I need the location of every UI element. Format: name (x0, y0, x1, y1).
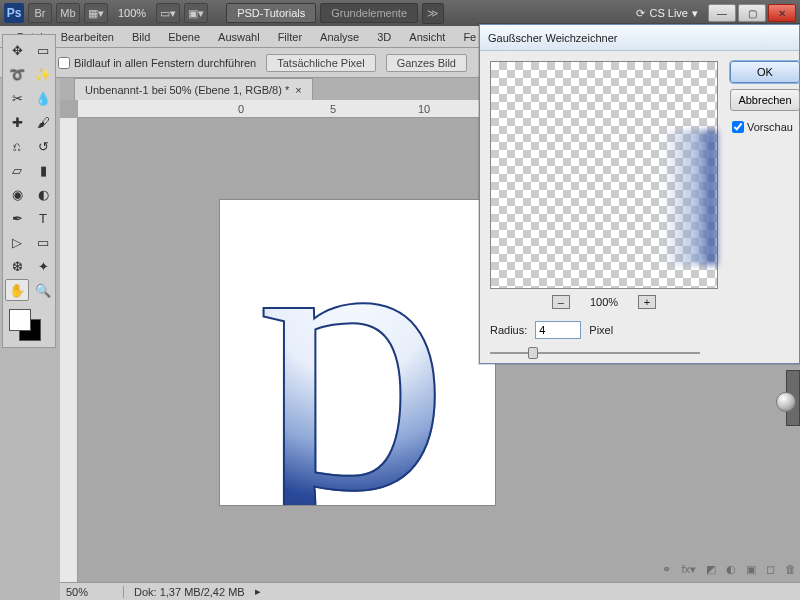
window-close-button[interactable]: ✕ (768, 4, 796, 22)
arrange-button[interactable]: ▭▾ (156, 3, 180, 23)
trash-icon[interactable]: 🗑 (785, 563, 796, 575)
pen-tool[interactable]: ✒ (5, 207, 29, 229)
stamp-tool[interactable]: ⎌ (5, 135, 29, 157)
move-tool[interactable]: ✥ (5, 39, 29, 61)
canvas[interactable]: p (220, 200, 495, 505)
radius-unit: Pixel (589, 324, 613, 336)
ok-button[interactable]: OK (730, 61, 800, 83)
cslive-menu[interactable]: ⟳ CS Live ▾ (636, 7, 698, 20)
minibridge-button[interactable]: Mb (56, 3, 80, 23)
path-select-tool[interactable]: ▷ (5, 231, 29, 253)
slider-thumb[interactable] (528, 347, 538, 359)
menu-bearbeiten[interactable]: Bearbeiten (52, 28, 123, 46)
layers-footer-icons: ⚭ fx▾ ◩ ◐ ▣ ◻ 🗑 (662, 560, 796, 578)
mask-icon[interactable]: ◩ (706, 563, 716, 576)
3d-camera-tool[interactable]: ✦ (31, 255, 55, 277)
tools-panel: ✥ ▭ ➰ ✨ ✂ 💧 ✚ 🖌 ⎌ ↺ ▱ ▮ ◉ ◐ ✒ T ▷ ▭ ❆ ✦ … (2, 34, 56, 348)
heal-tool[interactable]: ✚ (5, 111, 29, 133)
radius-input[interactable] (535, 321, 581, 339)
chevron-right-icon[interactable]: ▸ (255, 585, 261, 598)
document-tab[interactable]: Unbenannt-1 bei 50% (Ebene 1, RGB/8) * × (74, 78, 313, 100)
fit-screen-button[interactable]: Ganzes Bild (386, 54, 467, 72)
adjustment-icon[interactable]: ◐ (726, 563, 736, 576)
color-swatches[interactable] (5, 307, 55, 343)
history-brush-tool[interactable]: ↺ (31, 135, 55, 157)
blur-tool[interactable]: ◉ (5, 183, 29, 205)
preview-zoom-value: 100% (590, 296, 618, 308)
fx-icon[interactable]: fx▾ (681, 563, 696, 576)
status-zoom[interactable]: 50% (60, 586, 124, 598)
blur-preview[interactable] (490, 61, 718, 289)
menu-analyse[interactable]: Analyse (311, 28, 368, 46)
window-maximize-button[interactable]: ▢ (738, 4, 766, 22)
menu-bild[interactable]: Bild (123, 28, 159, 46)
zoom-out-button[interactable]: – (552, 295, 570, 309)
refresh-icon: ⟳ (636, 7, 645, 20)
lasso-tool[interactable]: ➰ (5, 63, 29, 85)
actual-pixels-button[interactable]: Tatsächliche Pixel (266, 54, 375, 72)
radius-slider[interactable] (490, 345, 700, 361)
eyedropper-tool[interactable]: 💧 (31, 87, 55, 109)
crop-tool[interactable]: ✂ (5, 87, 29, 109)
zoom-tool[interactable]: 🔍 (31, 279, 55, 301)
3d-sphere-icon[interactable] (776, 392, 796, 412)
zoom-level[interactable]: 100% (112, 7, 152, 19)
menu-ebene[interactable]: Ebene (159, 28, 209, 46)
menu-ansicht[interactable]: Ansicht (400, 28, 454, 46)
folder-icon[interactable]: ▣ (746, 563, 756, 576)
zoom-in-button[interactable]: + (638, 295, 656, 309)
status-docinfo[interactable]: Dok: 1,37 MB/2,42 MB (124, 586, 255, 598)
type-tool[interactable]: T (31, 207, 55, 229)
app-title-bar: Ps Br Mb ▦▾ 100% ▭▾ ▣▾ PSD-Tutorials Gru… (0, 0, 800, 26)
dialog-titlebar[interactable]: Gaußscher Weichzeichner (480, 25, 799, 51)
workspace-tab-tutorials[interactable]: PSD-Tutorials (226, 3, 316, 23)
scroll-all-checkbox[interactable]: Bildlauf in allen Fenstern durchführen (58, 57, 256, 69)
link-icon[interactable]: ⚭ (662, 563, 671, 576)
ruler-vertical (60, 118, 78, 582)
wand-tool[interactable]: ✨ (31, 63, 55, 85)
preview-checkbox[interactable]: Vorschau (730, 121, 800, 133)
gaussian-blur-dialog: Gaußscher Weichzeichner – 100% + Radius:… (479, 24, 800, 364)
menu-3d[interactable]: 3D (368, 28, 400, 46)
close-icon[interactable]: × (295, 84, 301, 96)
gradient-tool[interactable]: ▮ (31, 159, 55, 181)
ps-logo-icon: Ps (4, 3, 24, 23)
menu-filter[interactable]: Filter (269, 28, 311, 46)
screenmode-button[interactable]: ▣▾ (184, 3, 208, 23)
dodge-tool[interactable]: ◐ (31, 183, 55, 205)
workspace-tab-grundelemente[interactable]: Grundelemente (320, 3, 418, 23)
window-minimize-button[interactable]: — (708, 4, 736, 22)
new-layer-icon[interactable]: ◻ (766, 563, 775, 576)
shape-tool[interactable]: ▭ (31, 231, 55, 253)
marquee-tool[interactable]: ▭ (31, 39, 55, 61)
foreground-color-swatch[interactable] (9, 309, 31, 331)
status-bar: 50% Dok: 1,37 MB/2,42 MB ▸ (60, 582, 800, 600)
brush-tool[interactable]: 🖌 (31, 111, 55, 133)
radius-label: Radius: (490, 324, 527, 336)
workspace-more[interactable]: ≫ (422, 3, 444, 24)
chevron-down-icon: ▾ (692, 7, 698, 20)
eraser-tool[interactable]: ▱ (5, 159, 29, 181)
menu-auswahl[interactable]: Auswahl (209, 28, 269, 46)
artwork-letter: p (255, 200, 450, 505)
hand-tool[interactable]: ✋ (5, 279, 29, 301)
3d-tool[interactable]: ❆ (5, 255, 29, 277)
cancel-button[interactable]: Abbrechen (730, 89, 800, 111)
view-extras-button[interactable]: ▦▾ (84, 3, 108, 23)
bridge-button[interactable]: Br (28, 3, 52, 23)
